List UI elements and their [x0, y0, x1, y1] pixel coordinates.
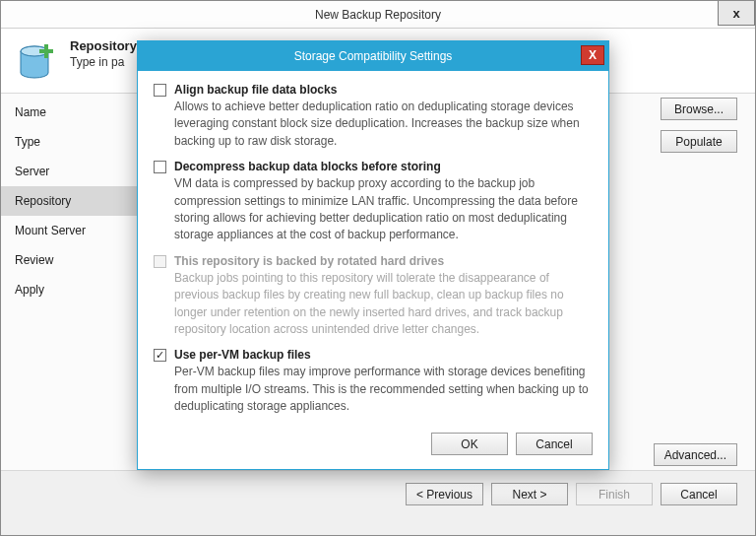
cancel-button[interactable]: Cancel	[661, 483, 737, 505]
storage-compat-dialog: Storage Compatibility Settings X Align b…	[137, 40, 609, 470]
option-desc-decompress: VM data is compressed by backup proxy ac…	[174, 175, 593, 244]
option-desc-align: Allows to achieve better deduplication r…	[174, 99, 593, 150]
checkbox-rotated	[154, 255, 166, 268]
sidebar-item-repository[interactable]: Repository	[1, 186, 158, 216]
sidebar-item-type[interactable]: Type	[1, 127, 158, 157]
window-titlebar: New Backup Repository x	[1, 1, 755, 29]
sidebar-item-apply[interactable]: Apply	[1, 275, 158, 304]
option-label-decompress[interactable]: Decompress backup data blocks before sto…	[174, 160, 441, 173]
sidebar-item-mount-server[interactable]: Mount Server	[1, 216, 158, 245]
repository-icon	[15, 38, 60, 84]
sidebar-item-server[interactable]: Server	[1, 157, 158, 186]
option-pervm: Use per-VM backup filesPer-VM backup fil…	[154, 348, 593, 415]
backup-repository-window: New Backup Repository x Repository Type …	[0, 0, 756, 536]
option-rotated: This repository is backed by rotated har…	[154, 254, 593, 339]
populate-button[interactable]: Populate	[661, 130, 737, 153]
header-subtitle: Type in pa	[70, 55, 137, 69]
dialog-body: Align backup file data blocksAllows to a…	[138, 71, 608, 469]
dialog-titlebar: Storage Compatibility Settings X	[138, 41, 608, 71]
checkbox-align[interactable]	[154, 84, 166, 97]
sidebar-item-name[interactable]: Name	[1, 98, 158, 127]
wizard-footer: < Previous Next > Finish Cancel	[1, 470, 755, 517]
option-align: Align backup file data blocksAllows to a…	[154, 83, 593, 150]
dialog-title: Storage Compatibility Settings	[294, 49, 453, 63]
option-desc-rotated: Backup jobs pointing to this repository …	[174, 270, 593, 339]
previous-button[interactable]: < Previous	[406, 483, 483, 505]
option-decompress: Decompress backup data blocks before sto…	[154, 160, 593, 244]
window-title: New Backup Repository	[315, 8, 441, 22]
close-icon: x	[732, 6, 739, 21]
option-label-align[interactable]: Align backup file data blocks	[174, 83, 337, 97]
option-label-pervm[interactable]: Use per-VM backup files	[174, 348, 311, 362]
checkbox-pervm[interactable]	[154, 349, 166, 362]
close-icon: X	[589, 48, 597, 62]
finish-button: Finish	[576, 483, 653, 505]
checkbox-decompress[interactable]	[154, 161, 166, 173]
browse-button[interactable]: Browse...	[661, 98, 737, 120]
header-title: Repository	[70, 38, 137, 53]
option-desc-pervm: Per-VM backup files may improve performa…	[174, 364, 593, 415]
dialog-close-button[interactable]: X	[581, 45, 604, 65]
advanced-button[interactable]: Advanced...	[654, 443, 737, 466]
svg-rect-3	[39, 49, 53, 53]
next-button[interactable]: Next >	[491, 483, 568, 505]
option-label-rotated: This repository is backed by rotated har…	[174, 254, 444, 268]
dialog-ok-button[interactable]: OK	[431, 433, 508, 455]
wizard-sidebar: NameTypeServerRepositoryMount ServerRevi…	[1, 94, 158, 470]
dialog-cancel-button[interactable]: Cancel	[516, 433, 593, 455]
window-close-button[interactable]: x	[718, 1, 755, 26]
sidebar-item-review[interactable]: Review	[1, 245, 158, 275]
